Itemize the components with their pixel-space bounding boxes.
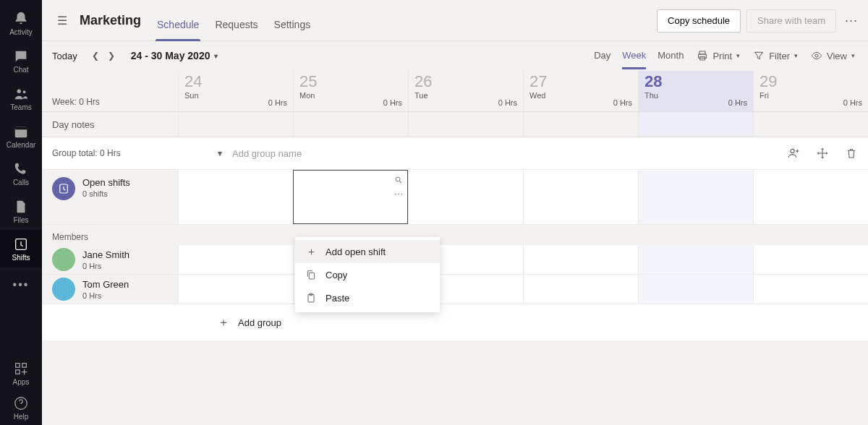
day-header-wed[interactable]: 27Wed0 Hrs bbox=[523, 71, 638, 111]
rail-chat[interactable]: Chat bbox=[0, 42, 42, 80]
rail-help[interactable]: Help bbox=[0, 390, 42, 425]
add-group-button[interactable]: ＋ Add group bbox=[208, 315, 281, 330]
filter-label: Filter bbox=[769, 51, 790, 61]
view-week[interactable]: Week bbox=[622, 50, 646, 62]
svg-rect-16 bbox=[309, 272, 314, 279]
date-range-picker[interactable]: 24 - 30 May 2020 ▾ bbox=[131, 50, 218, 61]
week-total-label: Week: 0 Hrs bbox=[52, 97, 100, 111]
day-header-tue[interactable]: 26Tue0 Hrs bbox=[408, 71, 523, 111]
tab-settings[interactable]: Settings bbox=[274, 19, 311, 40]
rail-label: Chat bbox=[13, 66, 28, 74]
member-row: Jane Smith 0 Hrs bbox=[42, 245, 868, 275]
schedule-grid: Week: 0 Hrs 24Sun0 Hrs 25Mon0 Hrs 26Tue0… bbox=[42, 71, 868, 425]
tab-schedule[interactable]: Schedule bbox=[157, 19, 199, 40]
svg-rect-6 bbox=[22, 363, 27, 367]
shift-cell[interactable] bbox=[638, 275, 753, 304]
hamburger-icon[interactable]: ☰ bbox=[52, 14, 72, 27]
calendar-icon bbox=[13, 124, 29, 139]
shift-cell[interactable] bbox=[753, 275, 868, 304]
rail-calendar[interactable]: Calendar bbox=[0, 117, 42, 155]
rail-activity[interactable]: Activity bbox=[0, 4, 42, 42]
svg-point-0 bbox=[17, 89, 22, 93]
toolbar-more-icon[interactable]: ··· bbox=[845, 13, 858, 28]
day-header-mon[interactable]: 25Mon0 Hrs bbox=[293, 71, 408, 111]
rail-apps[interactable]: Apps bbox=[0, 356, 42, 390]
menu-copy[interactable]: Copy bbox=[295, 263, 440, 286]
svg-rect-7 bbox=[16, 369, 20, 373]
shift-cell[interactable] bbox=[523, 275, 638, 304]
plus-icon: ＋ bbox=[305, 245, 317, 259]
open-shifts-sub: 0 shifts bbox=[82, 189, 130, 198]
share-with-team-button[interactable]: Share with team bbox=[746, 9, 836, 33]
print-button[interactable]: Print ▾ bbox=[697, 50, 740, 61]
main: ☰ Marketing Schedule Requests Settings C… bbox=[42, 1, 868, 425]
shifts-icon bbox=[13, 236, 29, 252]
move-icon[interactable] bbox=[816, 147, 829, 160]
today-button[interactable]: Today bbox=[52, 51, 77, 61]
filter-button[interactable]: Filter ▾ bbox=[753, 50, 798, 61]
members-section-label: Members bbox=[42, 225, 868, 245]
note-cell[interactable] bbox=[293, 112, 408, 137]
svg-point-13 bbox=[791, 149, 794, 153]
shift-cell[interactable] bbox=[638, 245, 753, 274]
rail-teams[interactable]: Teams bbox=[0, 80, 42, 117]
view-month[interactable]: Month bbox=[658, 50, 684, 62]
shift-cell-active[interactable]: ··· bbox=[293, 170, 408, 224]
group-header-row: Group total: 0 Hrs ▾ Add group name bbox=[42, 137, 868, 170]
tabs: Schedule Requests Settings bbox=[157, 1, 310, 40]
note-cell[interactable] bbox=[408, 112, 523, 137]
avatar bbox=[52, 248, 75, 271]
view-day[interactable]: Day bbox=[594, 50, 610, 62]
menu-add-open-shift[interactable]: ＋ Add open shift bbox=[295, 240, 440, 263]
shift-cell[interactable] bbox=[408, 170, 523, 224]
rail-files[interactable]: Files bbox=[0, 192, 42, 230]
note-cell[interactable] bbox=[638, 112, 753, 137]
help-icon bbox=[13, 395, 29, 411]
view-options-button[interactable]: View ▾ bbox=[811, 50, 855, 61]
cell-more-icon[interactable]: ··· bbox=[394, 189, 404, 199]
prev-week-button[interactable]: ❮ bbox=[88, 51, 103, 61]
day-notes-row: Day notes bbox=[42, 112, 868, 137]
note-cell[interactable] bbox=[523, 112, 638, 137]
shift-cell[interactable] bbox=[753, 245, 868, 274]
date-range-label: 24 - 30 May 2020 bbox=[131, 50, 210, 61]
shift-cell[interactable] bbox=[178, 170, 293, 224]
note-cell[interactable] bbox=[753, 112, 868, 137]
delete-icon[interactable] bbox=[845, 147, 858, 160]
shift-cell[interactable] bbox=[753, 170, 868, 224]
add-group-label: Add group bbox=[238, 317, 281, 328]
day-header-sun[interactable]: 24Sun0 Hrs bbox=[178, 71, 293, 111]
shift-cell[interactable] bbox=[523, 245, 638, 274]
view-tabs: Day Week Month bbox=[594, 50, 684, 62]
shift-cell[interactable] bbox=[178, 245, 293, 274]
day-header-thu[interactable]: 28Thu0 Hrs bbox=[638, 71, 753, 111]
note-cell[interactable] bbox=[178, 112, 293, 137]
shift-cell[interactable] bbox=[523, 170, 638, 224]
group-name-input[interactable]: Add group name bbox=[232, 148, 435, 159]
rail-more[interactable]: ••• bbox=[0, 267, 42, 302]
shift-cell[interactable] bbox=[178, 275, 293, 304]
rail-label: Help bbox=[14, 413, 29, 421]
search-icon[interactable] bbox=[394, 176, 403, 184]
menu-label: Copy bbox=[326, 270, 347, 280]
add-people-icon[interactable] bbox=[787, 147, 800, 160]
bell-icon bbox=[13, 11, 29, 27]
day-header-fri[interactable]: 29Fri0 Hrs bbox=[753, 71, 868, 111]
rail-label: Shifts bbox=[12, 254, 30, 262]
menu-paste[interactable]: Paste bbox=[295, 286, 440, 309]
files-icon bbox=[13, 199, 29, 215]
rail-shifts[interactable]: Shifts bbox=[0, 230, 42, 267]
chevron-down-icon: ▾ bbox=[214, 52, 218, 60]
next-week-button[interactable]: ❯ bbox=[103, 51, 119, 61]
member-row: Tom Green 0 Hrs bbox=[42, 275, 868, 304]
day-notes-label: Day notes bbox=[42, 112, 178, 137]
copy-schedule-button[interactable]: Copy schedule bbox=[657, 9, 741, 33]
open-shifts-row: Open shifts 0 shifts ··· bbox=[42, 170, 868, 225]
rail-calls[interactable]: Calls bbox=[0, 155, 42, 192]
chevron-down-icon: ▾ bbox=[794, 52, 798, 59]
tab-requests[interactable]: Requests bbox=[215, 19, 258, 40]
more-icon: ••• bbox=[13, 278, 30, 291]
collapse-group-button[interactable]: ▾ bbox=[208, 148, 232, 158]
avatar bbox=[52, 278, 75, 301]
shift-cell[interactable] bbox=[638, 170, 753, 224]
